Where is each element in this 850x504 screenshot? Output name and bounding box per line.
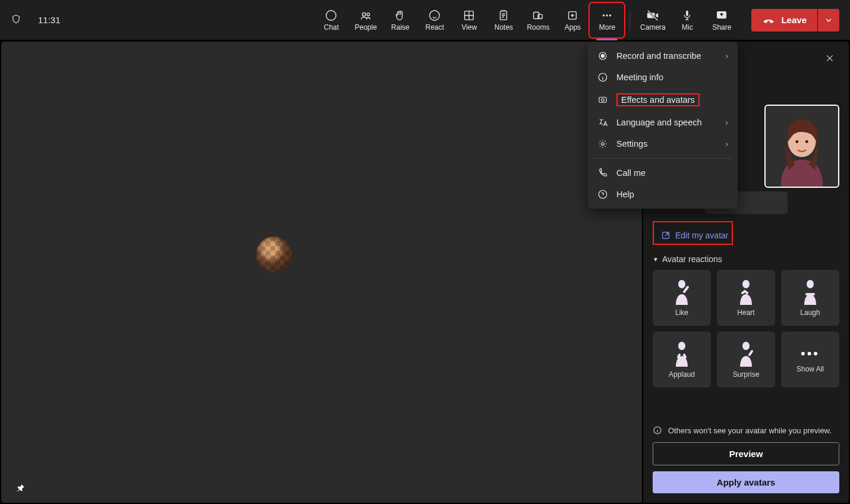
svg-point-10: [606, 14, 608, 16]
apps-label: Apps: [565, 23, 581, 32]
menu-callme-label: Call me: [616, 168, 646, 178]
info-icon: [653, 426, 662, 435]
react-label: React: [426, 23, 444, 32]
notes-button[interactable]: Notes: [487, 4, 520, 37]
svg-point-24: [742, 342, 750, 350]
svg-point-18: [805, 140, 808, 143]
reaction-surprise-icon: [734, 341, 758, 367]
view-label: View: [462, 23, 477, 32]
svg-point-22: [807, 280, 814, 288]
preview-note-text: Others won't see your avatar while you p…: [668, 426, 832, 435]
camera-button[interactable]: Camera: [636, 4, 669, 37]
svg-point-2: [367, 12, 370, 15]
menu-help-label: Help: [616, 190, 634, 199]
menu-effects-label: Effects and avatars: [616, 93, 700, 106]
reaction-applaud[interactable]: Applaud: [653, 332, 711, 388]
svg-point-23: [678, 342, 685, 350]
reaction-laugh-label: Laugh: [800, 308, 820, 317]
preview-info: Others won't see your avatar while you p…: [653, 426, 839, 435]
menu-meeting-info[interactable]: Meeting info: [588, 67, 738, 88]
chevron-right-icon: ›: [725, 51, 728, 61]
phone-icon: [597, 168, 608, 178]
menu-meetinginfo-label: Meeting info: [616, 73, 663, 82]
reaction-showall-label: Show All: [797, 365, 824, 373]
svg-point-27: [601, 54, 604, 57]
raise-button[interactable]: Raise: [383, 4, 417, 37]
toolbar-separator: [629, 10, 630, 30]
svg-rect-29: [599, 97, 606, 103]
menu-help[interactable]: Help: [588, 184, 738, 205]
reaction-surprise-label: Surprise: [733, 370, 760, 379]
svg-point-17: [795, 140, 798, 143]
svg-point-11: [609, 14, 611, 16]
language-icon: [597, 117, 608, 128]
svg-point-32: [599, 190, 607, 199]
record-icon: [597, 51, 608, 61]
menu-separator: [594, 158, 732, 159]
info-icon: [597, 72, 608, 83]
menu-record[interactable]: Record and transcribe ›: [588, 45, 738, 67]
chat-label: Chat: [324, 23, 339, 32]
reaction-heart-icon: [734, 279, 758, 305]
effects-icon: [597, 94, 608, 105]
reactions-header-label: Avatar reactions: [662, 254, 722, 264]
reaction-like[interactable]: Like: [653, 270, 711, 326]
reaction-surprise[interactable]: Surprise: [717, 332, 775, 388]
leave-button[interactable]: Leave: [751, 9, 817, 32]
svg-point-30: [602, 99, 605, 102]
reaction-applaud-label: Applaud: [669, 370, 695, 379]
preview-button[interactable]: Preview: [653, 442, 839, 465]
raise-label: Raise: [391, 23, 410, 32]
reaction-laugh[interactable]: Laugh: [781, 270, 839, 326]
more-button[interactable]: More: [590, 4, 624, 37]
share-button[interactable]: Share: [705, 4, 738, 37]
menu-language[interactable]: Language and speech ›: [588, 112, 738, 133]
apply-avatars-button[interactable]: Apply avatars: [653, 471, 839, 493]
svg-point-9: [603, 14, 605, 16]
svg-point-3: [430, 10, 440, 20]
svg-point-1: [363, 12, 366, 16]
view-button[interactable]: View: [452, 4, 486, 37]
edit-avatar-link[interactable]: Edit my avatar: [660, 229, 729, 241]
menu-settings[interactable]: Settings ›: [588, 133, 738, 155]
svg-point-21: [742, 280, 750, 288]
rooms-button[interactable]: Rooms: [521, 4, 555, 37]
reactions-section-header[interactable]: ▼ Avatar reactions: [653, 254, 839, 264]
notes-label: Notes: [495, 23, 513, 32]
pin-button[interactable]: [12, 480, 30, 496]
meeting-time: 11:31: [38, 15, 61, 25]
mic-button[interactable]: Mic: [670, 4, 704, 37]
reaction-show-all[interactable]: ••• Show All: [781, 332, 839, 388]
svg-rect-14: [687, 10, 689, 15]
mic-label: Mic: [682, 23, 693, 32]
participant-avatar[interactable]: [256, 237, 292, 272]
menu-effects[interactable]: Effects and avatars: [588, 88, 738, 112]
meeting-toolbar: Chat People Raise React View Notes: [314, 4, 839, 37]
reaction-laugh-icon: [798, 279, 822, 305]
reaction-applaud-icon: [670, 341, 694, 367]
rooms-label: Rooms: [527, 23, 549, 32]
reaction-heart[interactable]: Heart: [717, 270, 775, 326]
gear-icon: [597, 138, 608, 149]
close-panel-button[interactable]: [820, 49, 839, 68]
menu-call-me[interactable]: Call me: [588, 162, 738, 184]
edit-avatar-label: Edit my avatar: [675, 231, 728, 240]
more-menu: Record and transcribe › Meeting info Eff…: [588, 42, 738, 209]
meeting-topbar: 11:31 Chat People Raise React View: [0, 0, 850, 40]
react-button[interactable]: React: [418, 4, 451, 37]
apps-button[interactable]: Apps: [556, 4, 589, 37]
leave-label: Leave: [781, 15, 807, 25]
more-dots-icon: •••: [801, 346, 820, 361]
shield-icon: [11, 12, 21, 27]
reaction-like-icon: [670, 279, 694, 305]
people-button[interactable]: People: [349, 4, 382, 37]
chat-button[interactable]: Chat: [314, 4, 348, 37]
share-label: Share: [712, 23, 731, 32]
reaction-heart-label: Heart: [737, 308, 754, 317]
avatar-option-selected[interactable]: [764, 105, 839, 188]
more-label: More: [599, 23, 615, 32]
leave-caret[interactable]: [818, 9, 839, 32]
help-icon: [597, 189, 608, 200]
people-label: People: [355, 23, 377, 32]
chevron-right-icon: ›: [725, 139, 728, 149]
